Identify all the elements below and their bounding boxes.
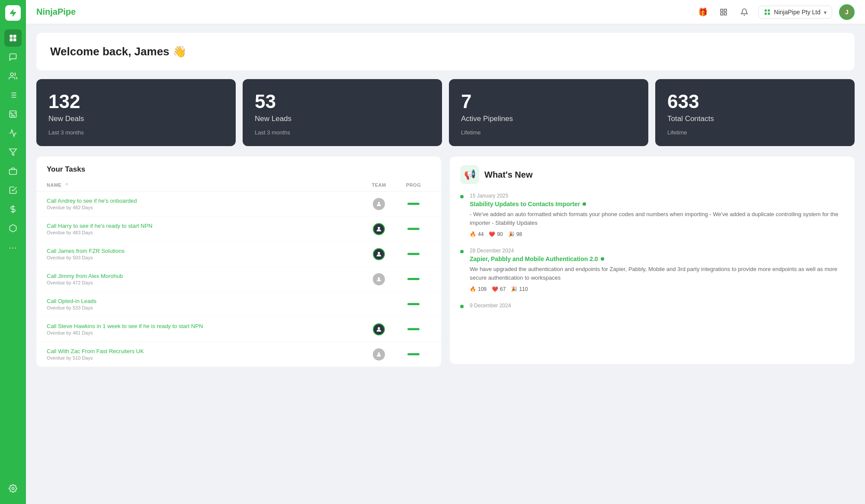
sidebar-logo[interactable] xyxy=(5,5,21,21)
topbar-logo: NinjaPipe xyxy=(36,7,696,17)
integrations-nav-icon[interactable] xyxy=(4,220,22,237)
reaction[interactable]: ❤️ 67 xyxy=(492,286,506,292)
reaction-emoji: 🔥 xyxy=(470,286,476,292)
task-overdue: Overdue by 483 Days xyxy=(47,230,362,235)
task-name[interactable]: Call With Zac From Fast Recruiters UK xyxy=(47,348,362,354)
progress-bar xyxy=(407,303,420,305)
svg-rect-18 xyxy=(721,13,723,15)
task-team-cell xyxy=(362,223,396,235)
reaction-count: 90 xyxy=(497,231,503,237)
reaction[interactable]: ❤️ 90 xyxy=(489,231,503,237)
task-row[interactable]: Call Jimmy from Alex Morohub Overdue by … xyxy=(36,267,441,292)
task-row[interactable]: Call With Zac From Fast Recruiters UK Ov… xyxy=(36,342,441,367)
news-reactions: 🔥 109❤️ 67🎉 110 xyxy=(470,286,844,292)
news-dot xyxy=(460,195,464,198)
tasks-nav-icon[interactable] xyxy=(4,182,22,199)
progress-bar xyxy=(407,253,420,255)
stat-sublabel-3: Lifetime xyxy=(667,129,843,136)
task-avatar xyxy=(373,323,385,335)
apps-icon[interactable] xyxy=(717,5,730,19)
task-row[interactable]: Call Harry to see if he's ready to start… xyxy=(36,217,441,242)
news-item: 28 December 2024 Zapier, Pabbly and Mobi… xyxy=(460,248,844,292)
task-row[interactable]: Call Opted-in Leads Overdue by 533 Days xyxy=(36,292,441,317)
news-dot xyxy=(460,250,464,253)
user-avatar[interactable]: J xyxy=(839,4,855,20)
reaction-count: 44 xyxy=(478,231,484,237)
reaction-emoji: ❤️ xyxy=(489,231,495,237)
contacts-nav-icon[interactable] xyxy=(4,67,22,85)
campaigns-nav-icon[interactable] xyxy=(4,124,22,142)
task-team-cell xyxy=(362,198,396,210)
reaction[interactable]: 🎉 110 xyxy=(511,286,528,292)
svg-rect-20 xyxy=(765,10,767,12)
stat-label-2: Active Pipelines xyxy=(461,115,636,123)
task-info: Call Jimmy from Alex Morohub Overdue by … xyxy=(47,273,362,285)
news-reactions: 🔥 44❤️ 90🎉 98 xyxy=(470,231,844,237)
new-badge xyxy=(601,257,604,261)
svg-rect-16 xyxy=(721,9,723,11)
task-row[interactable]: Call James from FZR Solutions Overdue by… xyxy=(36,242,441,267)
news-item-body: We have upgraded the authentication and … xyxy=(470,265,844,282)
chat-nav-icon[interactable] xyxy=(4,48,22,66)
gift-icon[interactable]: 🎁 xyxy=(696,5,710,19)
org-selector[interactable]: NinjaPipe Pty Ltd xyxy=(758,6,832,19)
reaction-count: 109 xyxy=(478,286,487,292)
news-title: What's New xyxy=(484,170,532,180)
settings-nav-icon[interactable] xyxy=(4,480,22,497)
news-item-title[interactable]: Stability Updates to Contacts Importer xyxy=(470,201,844,207)
progress-bar xyxy=(407,353,420,355)
reaction[interactable]: 🔥 44 xyxy=(470,231,484,237)
more-nav-icon[interactable]: ··· xyxy=(4,239,22,256)
news-content: 28 December 2024 Zapier, Pabbly and Mobi… xyxy=(470,248,844,292)
task-progress-cell xyxy=(396,228,431,230)
reaction-emoji: ❤️ xyxy=(492,286,498,292)
svg-point-25 xyxy=(378,227,380,229)
dashboard-nav-icon[interactable] xyxy=(4,29,22,47)
svg-rect-3 xyxy=(13,38,16,41)
main-content: NinjaPipe 🎁 NinjaPipe Pty Ltd J Welcome … xyxy=(26,0,865,504)
task-team-cell xyxy=(362,273,396,285)
lists-nav-icon[interactable] xyxy=(4,86,22,104)
task-name[interactable]: Call Harry to see if he's ready to start… xyxy=(47,223,362,229)
svg-point-4 xyxy=(10,73,13,76)
stat-label-1: New Leads xyxy=(255,115,430,123)
task-name[interactable]: Call Steve Hawkins in 1 week to see if h… xyxy=(47,323,362,329)
progress-bar xyxy=(407,228,420,230)
reaction[interactable]: 🎉 98 xyxy=(508,231,522,237)
task-name[interactable]: Call Opted-in Leads xyxy=(47,298,362,304)
svg-rect-13 xyxy=(10,169,17,175)
news-date: 9 December 2024 xyxy=(470,303,844,309)
news-item-title[interactable]: Zapier, Pabbly and Mobile Authentication… xyxy=(470,255,844,262)
svg-rect-22 xyxy=(765,13,767,15)
bell-icon[interactable] xyxy=(737,5,751,19)
news-item-body: - We've added an auto formatted which fo… xyxy=(470,210,844,227)
task-info: Call Opted-in Leads Overdue by 533 Days xyxy=(47,298,362,310)
task-team-cell xyxy=(362,348,396,360)
billing-nav-icon[interactable] xyxy=(4,201,22,218)
news-header: 📢 What's New xyxy=(460,165,844,184)
reaction-emoji: 🎉 xyxy=(511,286,517,292)
sort-icon[interactable]: ⌃ xyxy=(65,183,69,188)
filters-nav-icon[interactable] xyxy=(4,144,22,161)
reaction[interactable]: 🔥 109 xyxy=(470,286,487,292)
svg-rect-21 xyxy=(768,10,770,12)
task-row[interactable]: Call Steve Hawkins in 1 week to see if h… xyxy=(36,317,441,342)
svg-rect-1 xyxy=(13,35,16,38)
progress-bar xyxy=(407,278,420,280)
reports-nav-icon[interactable] xyxy=(4,105,22,123)
news-item: 15 January 2025 Stability Updates to Con… xyxy=(460,193,844,237)
reaction-emoji: 🔥 xyxy=(470,231,476,237)
work-nav-icon[interactable] xyxy=(4,163,22,180)
task-overdue: Overdue by 503 Days xyxy=(47,255,362,260)
welcome-title: Welcome back, James 👋 xyxy=(50,45,841,58)
task-name[interactable]: Call Andrey to see if he's onboarded xyxy=(47,198,362,204)
tasks-table-header: NAME ⌃ TEAM PROG xyxy=(36,179,441,191)
chevron-down-icon xyxy=(824,9,827,16)
task-name[interactable]: Call Jimmy from Alex Morohub xyxy=(47,273,362,279)
svg-point-29 xyxy=(378,352,380,354)
task-name[interactable]: Call James from FZR Solutions xyxy=(47,248,362,254)
news-date: 28 December 2024 xyxy=(470,248,844,254)
task-row[interactable]: Call Andrey to see if he's onboarded Ove… xyxy=(36,191,441,217)
task-avatar xyxy=(373,273,385,285)
stat-sublabel-2: Lifetime xyxy=(461,129,636,136)
